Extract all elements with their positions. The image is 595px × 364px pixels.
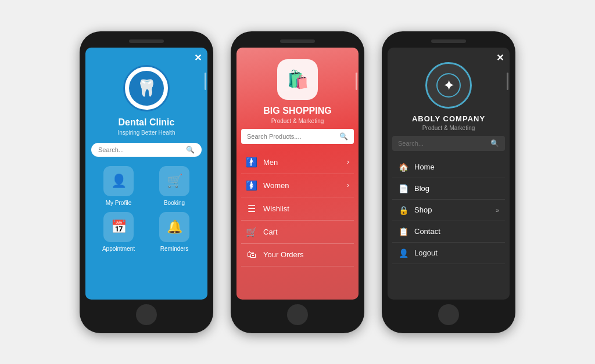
phone-1-home-button[interactable] xyxy=(136,304,157,325)
phone-1-screen: ✕ 🦷 Dental Clinic Inspiring Better Healt… xyxy=(85,48,207,300)
contact-icon: 📋 xyxy=(398,227,408,236)
shop-icon: 🔒 xyxy=(398,206,408,215)
search-icon-coral: 🔍 xyxy=(339,132,348,140)
menu-item-cart[interactable]: 🛒 Cart xyxy=(241,221,354,244)
home-label: Home xyxy=(414,163,493,171)
menu-item-contact[interactable]: 📋 Contact xyxy=(392,221,505,243)
cart-icon: 🛒 xyxy=(246,226,257,237)
phone-1: ✕ 🦷 Dental Clinic Inspiring Better Healt… xyxy=(80,31,213,333)
search-bar-dark[interactable]: 🔍 xyxy=(392,136,505,151)
search-bar[interactable]: 🔍 xyxy=(91,143,202,157)
dental-logo: 🦷 xyxy=(123,65,170,111)
phone-2-home-button[interactable] xyxy=(287,304,308,325)
aboly-subtitle: Product & Marketing xyxy=(422,125,475,131)
shopping-bag-icon: 🛍️ xyxy=(287,69,309,89)
close-button-3[interactable]: ✕ xyxy=(496,52,504,63)
menu-item-booking[interactable]: 🛒 Booking xyxy=(149,166,199,206)
search-input[interactable] xyxy=(98,146,186,153)
scrollbar xyxy=(205,73,206,90)
shop-arrow: » xyxy=(496,207,499,214)
aboly-logo-icon: ✦ xyxy=(436,73,461,98)
reminders-icon: 🔔 xyxy=(159,212,189,242)
menu-item-men[interactable]: 🚹 Men › xyxy=(241,151,354,174)
women-label: Women xyxy=(263,181,341,190)
dental-clinic-app: ✕ 🦷 Dental Clinic Inspiring Better Healt… xyxy=(85,48,207,300)
booking-label: Booking xyxy=(164,200,185,206)
phone-2-screen: 🛍️ BIG SHOPPING Product & Marketing 🔍 🚹 … xyxy=(236,48,359,300)
dark-menu-list: 🏠 Home 📄 Blog 🔒 Shop » xyxy=(388,157,510,264)
orders-icon: 🛍 xyxy=(246,250,257,260)
big-shopping-app: 🛍️ BIG SHOPPING Product & Marketing 🔍 🚹 … xyxy=(236,48,359,300)
phone-3: ✕ ✦ ABOLY COMPANY Product & Marketing 🔍 xyxy=(382,31,515,333)
menu-grid: 👤 My Profile 🛒 Booking 📅 Appointment 🔔 R… xyxy=(85,161,207,257)
shopping-menu-list: 🚹 Men › 🚺 Women › ☰ Wishlist xyxy=(236,151,359,266)
men-icon: 🚹 xyxy=(246,157,257,168)
phone-3-screen: ✕ ✦ ABOLY COMPANY Product & Marketing 🔍 xyxy=(388,48,510,300)
aboly-logo: ✦ xyxy=(425,62,472,109)
appointment-label: Appointment xyxy=(102,246,135,252)
menu-item-blog[interactable]: 📄 Blog xyxy=(392,178,505,200)
shopping-logo: 🛍️ xyxy=(277,59,318,100)
aboly-app: ✕ ✦ ABOLY COMPANY Product & Marketing 🔍 xyxy=(388,48,510,300)
search-input-dark[interactable] xyxy=(398,140,490,147)
dental-logo-inner: 🦷 xyxy=(129,71,164,106)
reminders-label: Reminders xyxy=(160,246,188,252)
close-button[interactable]: ✕ xyxy=(194,52,202,63)
home-icon: 🏠 xyxy=(398,163,408,172)
women-icon: 🚺 xyxy=(246,180,257,191)
menu-item-women[interactable]: 🚺 Women › xyxy=(241,174,354,197)
logout-label: Logout xyxy=(414,248,493,257)
search-icon-dark: 🔍 xyxy=(490,139,499,147)
men-arrow: › xyxy=(347,158,349,166)
svg-text:✦: ✦ xyxy=(443,78,454,93)
shop-label: Shop xyxy=(414,206,490,214)
blog-label: Blog xyxy=(414,184,493,193)
men-label: Men xyxy=(263,158,341,167)
app-subtitle: Inspiring Better Health xyxy=(118,129,175,136)
menu-item-shop[interactable]: 🔒 Shop » xyxy=(392,200,505,221)
menu-item-reminders[interactable]: 🔔 Reminders xyxy=(149,212,199,252)
shopping-subtitle: Product & Marketing xyxy=(271,118,324,124)
app-title: Dental Clinic xyxy=(119,117,175,128)
main-container: ✕ 🦷 Dental Clinic Inspiring Better Healt… xyxy=(62,20,533,345)
orders-label: Your Orders xyxy=(263,250,343,259)
menu-item-orders[interactable]: 🛍 Your Orders xyxy=(241,244,354,266)
phone-2-speaker xyxy=(280,39,315,43)
profile-label: My Profile xyxy=(106,200,131,206)
cart-label: Cart xyxy=(263,228,343,236)
wishlist-icon: ☰ xyxy=(246,203,257,214)
logout-icon: 👤 xyxy=(398,248,408,258)
search-bar-coral[interactable]: 🔍 xyxy=(241,129,354,144)
appointment-icon: 📅 xyxy=(103,212,134,242)
scrollbar-3 xyxy=(507,73,508,90)
women-arrow: › xyxy=(347,181,349,189)
menu-item-profile[interactable]: 👤 My Profile xyxy=(94,166,144,206)
blog-icon: 📄 xyxy=(398,184,408,193)
phone-3-home-button[interactable] xyxy=(438,304,459,325)
scrollbar-2 xyxy=(356,73,357,90)
profile-icon: 👤 xyxy=(103,166,134,196)
contact-label: Contact xyxy=(414,227,493,236)
wishlist-label: Wishlist xyxy=(263,204,343,213)
phone-1-speaker xyxy=(129,39,164,43)
menu-item-appointment[interactable]: 📅 Appointment xyxy=(94,212,144,252)
phone-2: 🛍️ BIG SHOPPING Product & Marketing 🔍 🚹 … xyxy=(231,31,364,333)
menu-item-logout[interactable]: 👤 Logout xyxy=(392,243,505,264)
menu-item-wishlist[interactable]: ☰ Wishlist xyxy=(241,197,354,221)
shopping-title: BIG SHOPPING xyxy=(263,106,331,116)
search-products-input[interactable] xyxy=(247,133,339,140)
phone-3-speaker xyxy=(431,39,466,43)
aboly-title: ABOLY COMPANY xyxy=(412,114,485,123)
booking-icon: 🛒 xyxy=(159,166,189,196)
menu-item-home[interactable]: 🏠 Home xyxy=(392,157,505,178)
search-icon: 🔍 xyxy=(186,146,195,154)
